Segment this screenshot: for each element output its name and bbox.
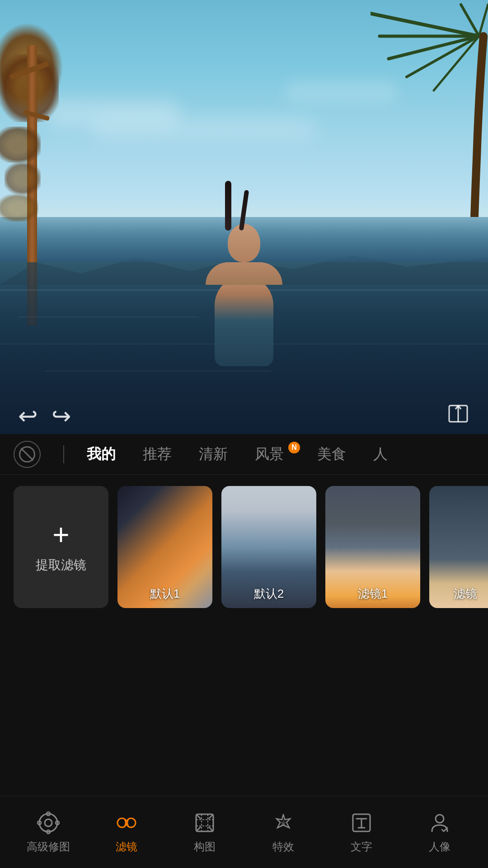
nav-portrait[interactable]: 人像 [401,811,479,854]
new-badge-landscape: N [288,442,300,453]
effect-icon [271,811,296,835]
extract-filter-button[interactable]: + 提取滤镜 [14,486,108,608]
svg-point-11 [39,814,57,832]
filter-default2-label: 默认2 [221,586,316,602]
nav-compose[interactable]: 构图 [166,811,244,854]
svg-line-0 [371,14,479,36]
tab-divider [63,445,64,463]
tab-recommend[interactable]: 推荐 [129,441,185,468]
svg-point-12 [45,819,52,826]
nav-text[interactable]: 文字 [322,811,400,854]
svg-line-6 [479,5,488,36]
nav-effect[interactable]: 特效 [244,811,322,854]
filter-lens1[interactable]: 滤镜1 [325,486,420,608]
compose-icon [192,811,217,835]
tab-fresh[interactable]: 清新 [185,441,241,468]
tab-my[interactable]: 我的 [73,441,129,468]
cloud-2 [90,118,316,140]
nav-effect-label: 特效 [272,840,294,854]
filter-icon [114,811,139,835]
bottom-navigation: 高级修图 滤镜 构图 [0,796,488,868]
portrait-icon [427,811,452,835]
filter-default2[interactable]: 默认2 [221,486,316,608]
filter-category-tabs: 我的 推荐 清新 风景 N 美食 人 [0,434,488,475]
svg-line-2 [389,36,479,59]
photo-toolbar: ↩ ↪ [0,398,488,434]
photo-canvas: ↩ ↪ [0,0,488,434]
palm-right [371,0,488,217]
no-filter-button[interactable] [14,441,41,468]
filter-default1-label: 默认1 [117,586,212,602]
text-icon [349,811,374,835]
svg-point-21 [436,815,444,823]
nav-text-label: 文字 [351,840,372,854]
svg-line-3 [407,36,479,77]
tab-portrait-filter[interactable]: 人 [360,441,401,468]
filter-lens2[interactable]: 滤镜 [429,486,488,608]
person-figure [199,185,289,366]
advanced-edit-icon [36,811,61,835]
nav-advanced-edit-label: 高级修图 [27,840,70,854]
nav-compose-label: 构图 [194,840,216,854]
filter-list: + 提取滤镜 默认1 默认2 滤镜1 滤镜 [0,475,488,619]
compare-button[interactable] [446,402,470,430]
bottom-panel: 我的 推荐 清新 风景 N 美食 人 + 提取滤镜 默认1 默认2 滤镜1 滤镜 [0,434,488,868]
add-plus-icon: + [52,520,69,549]
undo-button[interactable]: ↩ [18,404,38,428]
no-filter-icon [19,446,35,462]
nav-filter[interactable]: 滤镜 [87,811,165,854]
nav-portrait-label: 人像 [429,840,450,854]
nav-filter-label: 滤镜 [116,840,137,854]
redo-button[interactable]: ↪ [52,404,71,428]
tab-landscape[interactable]: 风景 N [241,441,304,468]
tab-food[interactable]: 美食 [304,441,360,468]
extract-filter-label: 提取滤镜 [36,557,86,574]
filter-default1[interactable]: 默认1 [117,486,212,608]
filter-lens2-label: 滤镜 [429,586,488,602]
filter-lens1-label: 滤镜1 [325,586,420,602]
nav-advanced-edit[interactable]: 高级修图 [9,811,87,854]
